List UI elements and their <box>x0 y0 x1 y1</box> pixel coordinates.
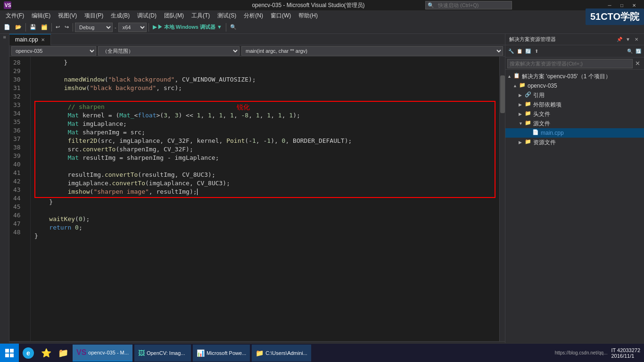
toolbar-refresh-icon[interactable]: 🔄 <box>524 48 532 55</box>
svg-text:VS: VS <box>5 3 11 8</box>
ext-arrow: ▶ <box>519 102 524 107</box>
opencv-taskbar-label: OpenCV: Imag... <box>147 350 185 356</box>
highlight-box: // sharpen 锐化 Mat kernel = (Mat_<float>(… <box>34 101 495 198</box>
toolbar-sync-icon[interactable]: 🔃 <box>635 48 642 55</box>
platform-select[interactable]: x64 <box>118 23 147 32</box>
annotation-text: 锐化 <box>237 103 250 111</box>
line-num-46: 46 <box>13 211 26 220</box>
project-icon: 📁 <box>519 82 526 90</box>
line-num-37: 37 <box>13 135 26 143</box>
menu-team[interactable]: 团队(M) <box>160 11 188 21</box>
solution-explorer-panel: 解决方案资源管理器 📌 ▼ ✕ 🔧 📋 🔄 ⬆ 🔍 🔃 ✕ <box>505 34 644 352</box>
star-icon-button[interactable]: ⭐ <box>38 345 55 362</box>
code-line-45 <box>34 206 495 215</box>
editor-scrollbar[interactable] <box>499 57 505 341</box>
toolbar-show-all-icon[interactable]: 📋 <box>516 48 523 55</box>
toolbar-properties-icon[interactable]: 🔧 <box>507 48 515 55</box>
tab-close-button[interactable]: ✕ <box>41 37 45 42</box>
panel-pin-button[interactable]: 📌 <box>616 36 623 43</box>
toolbar-redo[interactable]: ↪ <box>63 22 71 33</box>
quick-launch-input[interactable] <box>436 1 512 9</box>
maximize-button[interactable]: □ <box>616 1 628 9</box>
ext-folder-icon: 📁 <box>524 101 532 108</box>
menu-debug[interactable]: 调试(D) <box>133 11 160 21</box>
editor-container: main.cpp ✕ opencv-035 （全局范围） main(int ar… <box>9 34 505 352</box>
minimize-button[interactable]: ─ <box>603 1 616 9</box>
toolbar-open[interactable]: 📂 <box>13 22 24 33</box>
toolbar-undo[interactable]: ↩ <box>54 22 62 33</box>
main-cpp-item[interactable]: 📄 main.cpp <box>505 128 644 138</box>
vs-taskbar-icon: VS <box>76 348 86 357</box>
references-item[interactable]: ▶ 🔗 引用 <box>505 90 644 100</box>
member-selector[interactable]: main(int argc, char ** argv) <box>241 46 503 56</box>
solution-root-item[interactable]: ▲ 📋 解决方案 'opencv-035'（1 个项目） <box>505 72 644 81</box>
project-item[interactable]: ▲ 📁 opencv-035 <box>505 81 644 90</box>
start-button[interactable] <box>0 344 19 362</box>
toolbar-collapse-icon[interactable]: ⬆ <box>533 48 540 55</box>
explorer-taskbar-label: C:\Users\Admini... <box>265 350 307 356</box>
header-files-item[interactable]: ▶ 📁 头文件 <box>505 109 644 119</box>
code-line-48: } <box>34 232 495 240</box>
opencv-taskbar-button[interactable]: 🖼 OpenCV: Imag... <box>134 345 191 362</box>
cpp-file-icon: 📄 <box>532 129 539 137</box>
panel-controls: 📌 ▼ ✕ <box>616 36 640 43</box>
tab-main-cpp[interactable]: main.cpp ✕ <box>9 34 51 45</box>
toolbar-save-all[interactable]: 🗂️ <box>39 22 50 33</box>
run-button[interactable]: ▶ ▶ 本地 Windows 调试器 ▼ <box>151 22 224 33</box>
quick-launch[interactable]: 🔍 <box>425 1 512 9</box>
menu-file[interactable]: 文件(F) <box>2 11 28 21</box>
code-content[interactable]: } namedWindow("black background", CV_WIN… <box>31 57 499 341</box>
ppt-taskbar-button[interactable]: 📊 Microsoft Powe... <box>193 345 250 362</box>
toolbar-filter-icon[interactable]: 🔍 <box>626 48 634 55</box>
toolbar-new[interactable]: 📄 <box>2 22 12 33</box>
source-files-item[interactable]: ▼ 📁 源文件 <box>505 119 644 128</box>
line-num-40: 40 <box>13 160 26 169</box>
menu-build[interactable]: 生成(B) <box>107 11 133 21</box>
toolbar-find[interactable]: 🔍 <box>228 22 239 33</box>
menu-bar: 文件(F) 编辑(E) 视图(V) 项目(P) 生成(B) 调试(D) 团队(M… <box>0 10 644 21</box>
search-clear-button[interactable]: ✕ <box>633 59 642 68</box>
code-line-40 <box>38 162 492 171</box>
menu-view[interactable]: 视图(V) <box>54 11 81 21</box>
scrollbar-thumb[interactable] <box>500 75 505 113</box>
debug-config-select[interactable]: Debug <box>75 23 113 32</box>
menu-project[interactable]: 项目(P) <box>81 11 107 21</box>
toolbar-save[interactable]: 💾 <box>28 22 38 33</box>
folder-icon-button[interactable]: 📁 <box>55 345 72 362</box>
line-num-44: 44 <box>13 194 26 203</box>
panel-dropdown-button[interactable]: ▼ <box>624 36 632 43</box>
title-bar: VS opencv-035 - Microsoft Visual Studio(… <box>0 0 644 10</box>
line-numbers: 28 29 30 31 32 33 34 35 36 37 38 39 40 4… <box>9 57 31 341</box>
project-selector[interactable]: opencv-035 <box>11 46 96 56</box>
panel-close-button[interactable]: ✕ <box>633 36 640 43</box>
toolbar-sep-5 <box>226 23 226 32</box>
search-icon: 🔍 <box>426 2 436 8</box>
toolbar-sep-2 <box>51 23 52 32</box>
code-line-41: resultImg.convertTo(resultImg, CV_8UC3); <box>38 171 492 179</box>
code-line-43: imshow("sharpen image", resultImg); <box>38 188 492 196</box>
code-line-34: Mat kernel = (Mat_<float>(3, 3) << 1, 1,… <box>38 111 492 120</box>
code-line-47: return 0; <box>34 223 495 232</box>
menu-analyze[interactable]: 分析(N) <box>240 11 267 21</box>
menu-test[interactable]: 测试(S) <box>214 11 240 21</box>
svg-rect-3 <box>10 349 14 353</box>
ie-icon: e <box>23 347 34 359</box>
ie-icon-button[interactable]: e <box>20 345 37 362</box>
resource-files-item[interactable]: ▶ 📁 资源文件 <box>505 138 644 147</box>
menu-edit[interactable]: 编辑(E) <box>28 11 54 21</box>
ref-arrow: ▶ <box>519 93 524 98</box>
scope-selector[interactable]: （全局范围） <box>98 46 239 56</box>
panel-toggle-label[interactable]: ≡ <box>2 36 7 39</box>
menu-help[interactable]: 帮助(H) <box>295 11 322 21</box>
explorer-taskbar-icon: 📁 <box>256 349 264 357</box>
close-button[interactable]: ✕ <box>628 1 640 9</box>
resource-arrow: ▶ <box>519 140 524 145</box>
vs-taskbar-button[interactable]: VS opencv-035 - M... <box>73 345 132 362</box>
menu-window[interactable]: 窗口(W) <box>267 11 295 21</box>
menu-tools[interactable]: 工具(T) <box>188 11 214 21</box>
code-line-38: src.convertTo(sharpenImg, CV_32F); <box>38 145 492 154</box>
solution-search-input[interactable] <box>507 59 633 68</box>
external-deps-item[interactable]: ▶ 📁 外部依赖项 <box>505 100 644 109</box>
line-num-38: 38 <box>13 143 26 152</box>
explorer-taskbar-button[interactable]: 📁 C:\Users\Admini... <box>252 345 311 362</box>
